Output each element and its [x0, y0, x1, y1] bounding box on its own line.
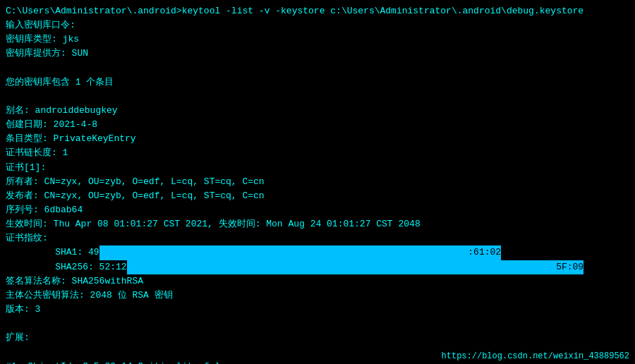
command-line: C:\Users\Administrator\.android>keytool …: [6, 4, 629, 18]
owner: 所有者: CN=zyx, OU=zyb, O=edf, L=cq, ST=cq,…: [6, 175, 629, 189]
keystore-count: 您的密钥库包含 1 个条目: [6, 75, 629, 90]
sha1-line: SHA1: 49 :61:02: [6, 245, 629, 260]
watermark: https://blog.csdn.net/weixin_43889562: [442, 351, 629, 361]
keystore-provider: 密钥库提供方: SUN: [6, 47, 629, 61]
blank-1: [6, 61, 629, 75]
sig-algo: 签名算法名称: SHA256withRSA: [6, 274, 629, 289]
password-prompt: 输入密钥库口令:: [6, 18, 629, 32]
extensions-label: 扩展:: [6, 331, 629, 345]
blank-2: [6, 90, 629, 104]
sha256-highlight: 5F:09: [127, 260, 584, 274]
sha256-line: SHA256: 52:12 5F:09: [6, 260, 629, 274]
sha256-prefix: SHA256: 52:12: [6, 260, 127, 274]
serial-number: 序列号: 6dbab64: [6, 203, 629, 217]
version: 版本: 3: [6, 303, 629, 317]
entry-type: 条目类型: PrivateKeyEntry: [6, 132, 629, 146]
terminal-window: C:\Users\Administrator\.android>keytool …: [0, 0, 635, 364]
cert-chain-length: 证书链长度: 1: [6, 146, 629, 160]
keystore-type: 密钥库类型: jks: [6, 32, 629, 47]
alias: 别名: androiddebugkey: [6, 104, 629, 118]
issuer: 发布者: CN=zyx, OU=zyb, O=edf, L=cq, ST=cq,…: [6, 189, 629, 203]
blank-3: [6, 317, 629, 331]
sha1-prefix: SHA1: 49: [6, 245, 99, 260]
cert-header: 证书[1]:: [6, 161, 629, 175]
public-key-algo: 主体公共密钥算法: 2048 位 RSA 密钥: [6, 289, 629, 303]
sha1-highlight: :61:02: [99, 245, 502, 260]
creation-date: 创建日期: 2021-4-8: [6, 118, 629, 132]
validity: 生效时间: Thu Apr 08 01:01:27 CST 2021, 失效时间…: [6, 217, 629, 231]
cert-fingerprint-label: 证书指纹:: [6, 231, 629, 245]
